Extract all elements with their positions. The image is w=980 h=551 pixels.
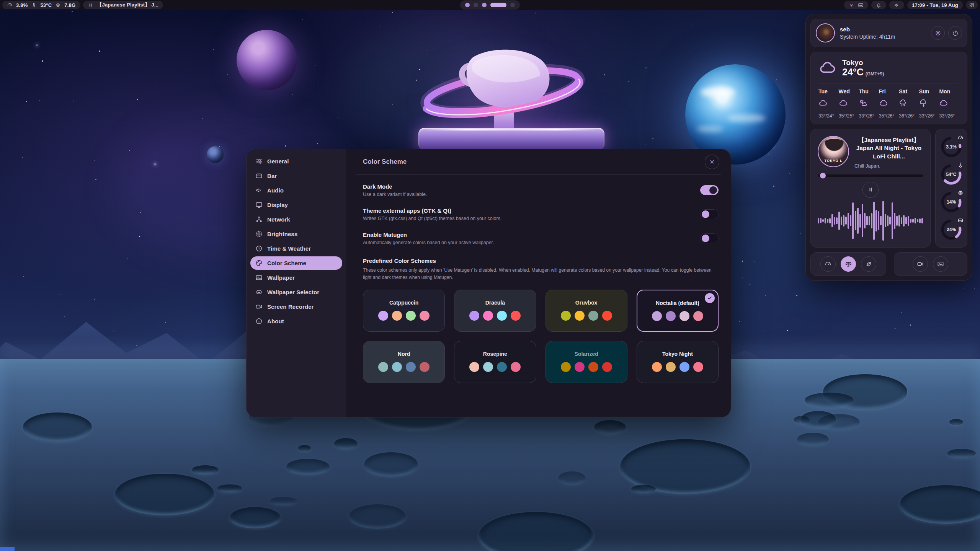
sidebar-item-label: About: [267, 318, 284, 324]
tray-pill[interactable]: [844, 1, 868, 9]
sidebar-item-brightness[interactable]: Brightness: [250, 227, 342, 241]
tray-glyph-icon[interactable]: [849, 2, 854, 8]
sidebar-item-time-weather[interactable]: Time & Weather: [250, 242, 342, 255]
waveform-bar: [921, 218, 923, 223]
enable-matugen-toggle[interactable]: [700, 233, 719, 243]
workspace-indicator: [460, 0, 520, 10]
star: [787, 330, 788, 331]
swatch-2: [575, 311, 585, 321]
star: [140, 212, 141, 213]
waveform-bar: [845, 217, 847, 225]
theme-external-apps-gtk-qt-toggle[interactable]: [700, 209, 719, 219]
workspace-dot-4[interactable]: [490, 3, 506, 7]
workspace-dot-3[interactable]: [482, 3, 487, 7]
cloud-icon: [879, 99, 888, 108]
sidebar-item-display[interactable]: Display: [250, 198, 342, 212]
profile-speedometer-button[interactable]: [820, 256, 836, 272]
progress-knob[interactable]: [820, 173, 826, 178]
network-icon: [255, 216, 263, 223]
tune-icon: [255, 158, 263, 165]
sidebar-item-wallpaper-selector[interactable]: Wallpaper Selector: [250, 285, 342, 299]
media-pill-title: 【Japanese Playlist】 J...: [97, 2, 158, 8]
sidebar-item-color-scheme[interactable]: Color Scheme: [250, 256, 342, 270]
star: [629, 81, 629, 82]
swatch-1: [561, 362, 571, 372]
swatch-row: [378, 362, 430, 372]
power-button[interactable]: [948, 26, 962, 40]
forecast-row: Tue33°/24°Wed35°/25°Thu33°/26°Fri35°/26°…: [818, 88, 959, 119]
videocam-action-button[interactable]: [913, 256, 928, 272]
crater: [900, 485, 980, 524]
star: [737, 53, 738, 53]
play-pause-button[interactable]: [862, 182, 879, 198]
star: [72, 11, 73, 12]
pause-icon: [88, 2, 93, 8]
sidebar-item-audio[interactable]: Audio: [250, 184, 342, 197]
volume-pill[interactable]: [889, 1, 904, 9]
sidebar-item-label: General: [267, 158, 289, 165]
cpu-usage: 3.8%: [16, 2, 28, 8]
system-stats-pill[interactable]: 3.8% 53°C 7.8G: [2, 1, 80, 9]
sidebar-item-label: Display: [267, 202, 288, 208]
top-bar: 3.8% 53°C 7.8G 【Japanese Playlist】 J... …: [0, 0, 980, 10]
toggle-list: Dark ModeUse a dark variant if available…: [363, 181, 719, 248]
sidebar-item-network[interactable]: Network: [250, 213, 342, 226]
swatch-1: [652, 311, 662, 321]
forecast-day-wed: Wed35°/25°: [839, 88, 859, 119]
clock-pill[interactable]: 17:09 - Tue, 19 Aug: [907, 1, 963, 9]
scheme-card-rosepine[interactable]: Rosepine: [454, 341, 536, 383]
notifications-pill[interactable]: [871, 1, 886, 9]
star: [165, 322, 166, 323]
dark-mode-toggle[interactable]: [700, 185, 719, 195]
waveform-bar: [841, 217, 842, 225]
image-action-button[interactable]: [933, 256, 948, 272]
bell-icon: [876, 2, 882, 8]
swatch-row: [469, 311, 521, 321]
memory-usage: 7.8G: [64, 2, 75, 8]
swatch-2: [392, 362, 402, 372]
settings-button[interactable]: [931, 26, 945, 40]
leaf-icon: [865, 261, 872, 267]
sidebar-item-label: Time & Weather: [267, 245, 311, 252]
cloud-icon: [818, 99, 827, 108]
scheme-card-gruvbox[interactable]: Gruvbox: [546, 290, 627, 332]
workspace-dot-5[interactable]: [510, 3, 515, 7]
workspace-dot-1[interactable]: [465, 3, 470, 7]
media-pill[interactable]: 【Japanese Playlist】 J...: [83, 1, 163, 9]
settings-window: GeneralBarAudioDisplayNetworkBrightnessT…: [246, 149, 731, 417]
sidebar-item-general[interactable]: General: [250, 155, 342, 168]
sidebar-item-wallpaper[interactable]: Wallpaper: [250, 271, 342, 284]
forecast-temps: 33°/26°: [859, 113, 879, 119]
setting-label: Enable Matugen: [363, 231, 494, 238]
scheme-card-nord[interactable]: Nord: [363, 341, 445, 383]
storm-icon: [919, 99, 928, 108]
scheme-card-tokyo-night[interactable]: Tokyo Night: [637, 341, 719, 383]
waveform-bar: [919, 218, 921, 223]
media-progress-bar[interactable]: [818, 174, 923, 177]
scheme-card-solarized[interactable]: Solarized: [546, 341, 627, 383]
scheme-card-catppuccin[interactable]: Catppuccin: [363, 290, 445, 332]
workspace-dot-2[interactable]: [474, 3, 478, 7]
sidebar-item-screen-recorder[interactable]: Screen Recorder: [250, 300, 342, 313]
profile-leaf-button[interactable]: [861, 256, 876, 272]
star: [64, 316, 65, 317]
overview-pill[interactable]: [966, 1, 978, 9]
waveform-bar: [887, 215, 889, 226]
forecast-day-label: Fri: [879, 88, 899, 95]
forecast-day-fri: Fri35°/26°: [879, 88, 899, 119]
wallpaper-tray-icon[interactable]: [858, 2, 864, 8]
profile-scales-button[interactable]: [841, 256, 856, 272]
scheme-title: Catppuccin: [389, 300, 418, 306]
scheme-card-dracula[interactable]: Dracula: [454, 290, 536, 332]
scheme-title: Dracula: [485, 300, 505, 306]
crater: [115, 474, 214, 515]
thermometer-icon: [957, 162, 964, 168]
sidebar-item-bar[interactable]: Bar: [250, 169, 342, 183]
sidebar-item-about[interactable]: About: [250, 315, 342, 328]
videocam-icon: [917, 261, 924, 267]
scheme-card-noctalia-default[interactable]: Noctalia (default): [637, 290, 719, 332]
close-button[interactable]: [705, 155, 719, 169]
scheme-title: Noctalia (default): [656, 300, 699, 306]
crater: [558, 471, 586, 485]
section-title: Predefined Color Schemes: [363, 258, 719, 264]
